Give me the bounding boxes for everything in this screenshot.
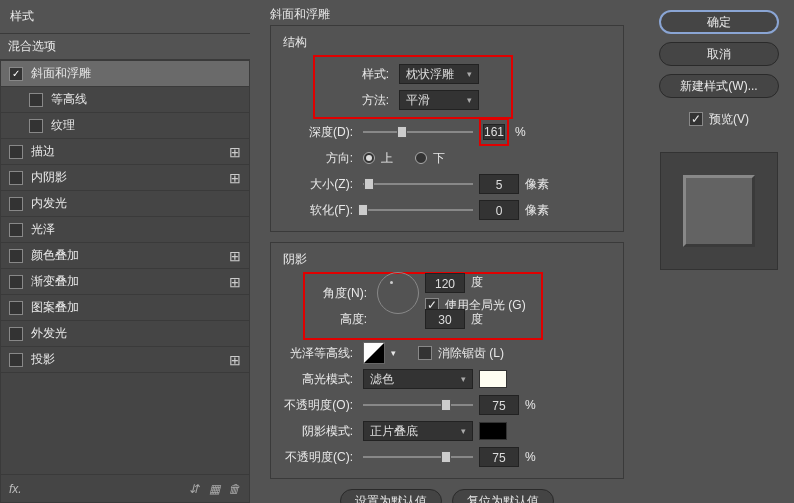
effect-checkbox[interactable] [9,327,23,341]
size-unit: 像素 [525,176,549,193]
size-slider[interactable] [363,177,473,191]
effect-checkbox[interactable] [9,249,23,263]
antialias-checkbox[interactable] [418,346,432,360]
effect-checkbox[interactable] [9,275,23,289]
depth-input[interactable]: 161 [483,124,505,140]
plus-icon[interactable]: ⊞ [229,170,241,186]
effect-checkbox[interactable]: ✓ [9,67,23,81]
direction-label: 方向: [283,150,353,167]
effect-item[interactable]: 颜色叠加⊞ [1,243,249,269]
effect-item[interactable]: 内发光 [1,191,249,217]
effect-checkbox[interactable] [9,197,23,211]
styles-panel: 样式 混合选项 ✓斜面和浮雕等高线纹理描边⊞内阴影⊞内发光光泽颜色叠加⊞渐变叠加… [0,0,250,503]
size-input[interactable]: 5 [479,174,519,194]
preview-checkbox[interactable]: ✓ [689,112,703,126]
sidebar-header: 样式 [0,0,250,34]
sidebar-footer: fx. ⇵ ▦ 🗑 [0,475,250,503]
effect-label: 描边 [31,143,229,160]
effect-label: 外发光 [31,325,241,342]
shading-title: 阴影 [283,251,611,268]
effect-label: 内发光 [31,195,241,212]
chevron-down-icon: ▾ [467,69,472,79]
highlight-mode-select[interactable]: 滤色▾ [363,369,473,389]
structure-group: 结构 样式: 枕状浮雕▾ 方法: 平滑▾ 深度(D): 161 % 方向: 上 … [270,25,624,232]
shadow-opacity-slider[interactable] [363,450,473,464]
effect-checkbox[interactable] [9,301,23,315]
effect-item[interactable]: 投影⊞ [1,347,249,373]
plus-icon[interactable]: ⊞ [229,352,241,368]
ok-button[interactable]: 确定 [659,10,779,34]
effect-item[interactable]: 等高线 [1,87,249,113]
effect-label: 光泽 [31,221,241,238]
direction-up-radio[interactable] [363,152,375,164]
panel-title: 斜面和浮雕 [270,6,624,23]
effect-label: 斜面和浮雕 [31,65,241,82]
add-icon[interactable]: ▦ [207,482,221,496]
effect-checkbox[interactable] [9,223,23,237]
highlight-opacity-input[interactable]: 75 [479,395,519,415]
chevron-down-icon: ▾ [461,374,466,384]
effect-item[interactable]: 外发光 [1,321,249,347]
depth-label: 深度(D): [283,124,353,141]
effect-checkbox[interactable] [29,119,43,133]
altitude-input[interactable]: 30 [425,309,465,329]
shading-group: 阴影 角度(N): 120 度 ✓ 使用全局光 (G) 高度: [270,242,624,479]
effect-item[interactable]: 描边⊞ [1,139,249,165]
method-select[interactable]: 平滑▾ [399,90,479,110]
chevron-down-icon[interactable]: ▾ [391,348,396,358]
highlight-mode-label: 高光模式: [283,371,353,388]
effect-item[interactable]: 图案叠加 [1,295,249,321]
depth-slider[interactable] [363,125,473,139]
preview-box [660,152,778,270]
soften-input[interactable]: 0 [479,200,519,220]
dialog-buttons: 确定 取消 新建样式(W)... ✓ 预览(V) [644,0,794,503]
effect-label: 投影 [31,351,229,368]
effect-item[interactable]: 渐变叠加⊞ [1,269,249,295]
shadow-color-swatch[interactable] [479,422,507,440]
plus-icon[interactable]: ⊞ [229,274,241,290]
effect-item[interactable]: 内阴影⊞ [1,165,249,191]
effect-checkbox[interactable] [9,145,23,159]
highlight-opacity-label: 不透明度(O): [283,397,353,414]
angle-input[interactable]: 120 [425,273,465,293]
effect-item[interactable]: ✓斜面和浮雕 [1,61,249,87]
plus-icon[interactable]: ⊞ [229,144,241,160]
cancel-button[interactable]: 取消 [659,42,779,66]
soften-slider[interactable] [363,203,473,217]
chevron-down-icon: ▾ [461,426,466,436]
blend-options[interactable]: 混合选项 [0,34,250,60]
effect-label: 颜色叠加 [31,247,229,264]
style-label: 样式: [319,66,389,83]
effect-item[interactable]: 纹理 [1,113,249,139]
arrows-icon[interactable]: ⇵ [187,482,201,496]
effect-item[interactable]: 光泽 [1,217,249,243]
effect-checkbox[interactable] [9,171,23,185]
effect-label: 等高线 [51,91,241,108]
plus-icon[interactable]: ⊞ [229,248,241,264]
new-style-button[interactable]: 新建样式(W)... [659,74,779,98]
fx-label[interactable]: fx. [9,482,22,496]
effect-checkbox[interactable] [9,353,23,367]
styles-label: 样式 [10,8,240,25]
soften-label: 软化(F): [283,202,353,219]
trash-icon[interactable]: 🗑 [227,482,241,496]
direction-down-radio[interactable] [415,152,427,164]
effect-label: 纹理 [51,117,241,134]
gloss-contour-picker[interactable] [363,342,385,364]
highlight-opacity-slider[interactable] [363,398,473,412]
chevron-down-icon: ▾ [467,95,472,105]
shadow-mode-select[interactable]: 正片叠底▾ [363,421,473,441]
reset-default-button[interactable]: 复位为默认值 [452,489,554,503]
shadow-opacity-label: 不透明度(C): [283,449,353,466]
altitude-label: 高度: [311,311,367,328]
effect-label: 图案叠加 [31,299,241,316]
make-default-button[interactable]: 设置为默认值 [340,489,442,503]
shadow-opacity-input[interactable]: 75 [479,447,519,467]
angle-dial[interactable] [377,272,419,314]
shadow-mode-label: 阴影模式: [283,423,353,440]
highlight-color-swatch[interactable] [479,370,507,388]
style-select[interactable]: 枕状浮雕▾ [399,64,479,84]
effect-checkbox[interactable] [29,93,43,107]
method-label: 方法: [319,92,389,109]
effect-label: 渐变叠加 [31,273,229,290]
